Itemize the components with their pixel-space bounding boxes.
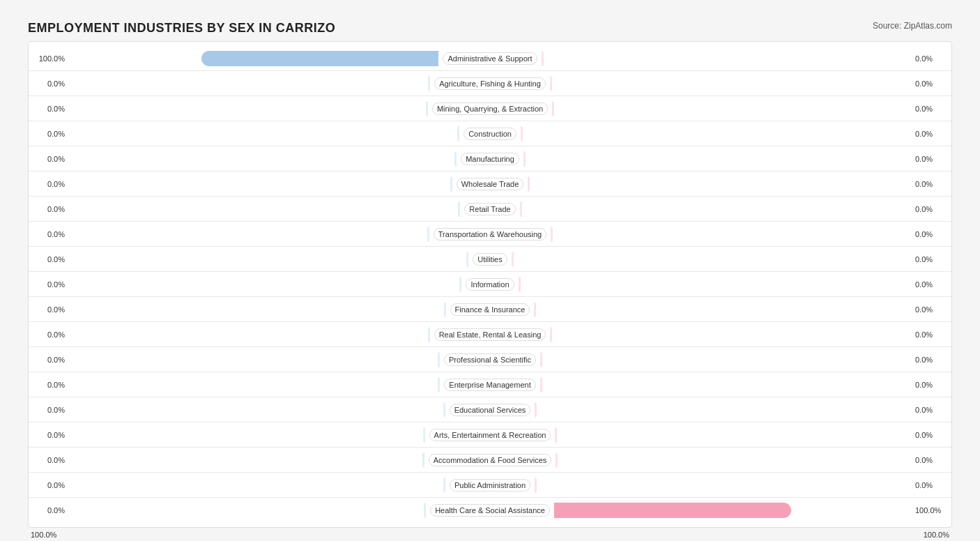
- bar-area: Agriculture, Fishing & Hunting: [68, 74, 912, 93]
- female-bar-container: [554, 503, 912, 518]
- bar-label-container: Accommodation & Food Services: [424, 454, 556, 466]
- bar-label: Finance & Insurance: [450, 303, 530, 316]
- chart-source: Source: ZipAtlas.com: [873, 21, 952, 31]
- bar-area: Real Estate, Rental & Leasing: [68, 325, 912, 344]
- female-bar-container: [552, 101, 912, 116]
- bar-label: Professional & Scientific: [444, 353, 536, 366]
- female-bar: [540, 377, 542, 393]
- bar-label: Agriculture, Fishing & Hunting: [434, 77, 546, 90]
- male-bar-container: [68, 76, 430, 91]
- female-bar-container: [528, 176, 912, 192]
- female-bar: [523, 151, 526, 167]
- bar-label-container: Mining, Quarrying, & Extraction: [428, 102, 552, 115]
- right-pct-label: 0.0%: [912, 180, 949, 188]
- male-bar-container: [68, 478, 445, 493]
- male-bar-container: [68, 302, 446, 317]
- bar-row: 0.0%Finance & Insurance0.0%: [29, 297, 951, 322]
- bar-row: 0.0%Health Care & Social Assistance100.0…: [29, 498, 951, 523]
- right-pct-label: 0.0%: [912, 255, 949, 264]
- bar-label-container: Utilities: [468, 253, 511, 266]
- female-bar-container: [540, 377, 912, 393]
- bar-area: Accommodation & Food Services: [68, 450, 912, 470]
- left-pct-label: 0.0%: [31, 456, 68, 464]
- bar-row: 0.0%Educational Services0.0%: [29, 397, 951, 422]
- male-bar-container: [68, 176, 452, 192]
- bar-label: Accommodation & Food Services: [429, 454, 552, 466]
- left-pct-label: 0.0%: [31, 406, 68, 414]
- male-bar-container: [68, 277, 461, 292]
- bar-label-container: Administrative & Support: [438, 52, 541, 65]
- female-bar-container: [550, 76, 912, 91]
- male-bar-container: [68, 402, 445, 418]
- left-pct-label: 0.0%: [31, 356, 68, 364]
- left-pct-label: 0.0%: [31, 381, 68, 389]
- chart-header: EMPLOYMENT INDUSTRIES BY SEX IN CARRIZO …: [28, 21, 952, 36]
- female-bar: [534, 302, 536, 317]
- female-bar: [555, 427, 557, 443]
- female-bar: [554, 503, 791, 518]
- right-pct-label: 0.0%: [912, 130, 949, 138]
- female-bar-container: [535, 402, 912, 418]
- bar-label-container: Manufacturing: [457, 153, 523, 165]
- chart-container: EMPLOYMENT INDUSTRIES BY SEX IN CARRIZO …: [14, 14, 966, 541]
- bar-label: Real Estate, Rental & Leasing: [434, 328, 546, 341]
- female-bar-container: [551, 227, 912, 242]
- bar-label-container: Public Administration: [445, 479, 535, 492]
- left-pct-label: 0.0%: [31, 255, 68, 264]
- female-bar: [535, 478, 537, 493]
- right-pct-label: 0.0%: [912, 356, 949, 364]
- female-bar-container: [556, 452, 912, 468]
- bar-area: Public Administration: [68, 475, 912, 495]
- female-bar-container: [555, 427, 912, 443]
- left-pct-label: 0.0%: [31, 205, 68, 213]
- female-bar: [535, 402, 537, 418]
- female-bar: [520, 201, 522, 217]
- male-bar-container: [68, 201, 460, 217]
- male-bar-container: [68, 51, 438, 66]
- bar-label: Arts, Entertainment & Recreation: [429, 429, 551, 441]
- female-bar-container: [535, 478, 912, 493]
- bar-row: 0.0%Arts, Entertainment & Recreation0.0%: [29, 422, 951, 448]
- right-pct-label: 0.0%: [912, 105, 949, 113]
- right-pct-label: 0.0%: [912, 230, 949, 238]
- bar-area: Retail Trade: [68, 199, 912, 219]
- bottom-right-pct: 100.0%: [913, 531, 949, 539]
- bar-label: Utilities: [473, 253, 507, 266]
- left-pct-label: 0.0%: [31, 431, 68, 439]
- female-bar: [551, 227, 553, 242]
- bar-row: 0.0%Real Estate, Rental & Leasing0.0%: [29, 322, 951, 347]
- left-pct-label: 0.0%: [31, 79, 68, 88]
- chart-title: EMPLOYMENT INDUSTRIES BY SEX IN CARRIZO: [28, 21, 335, 36]
- male-bar-container: [68, 252, 468, 267]
- male-bar-container: [68, 227, 429, 242]
- female-bar-container: [512, 252, 912, 267]
- bottom-pcts: 100.0% 100.0%: [28, 531, 952, 539]
- left-pct-label: 0.0%: [31, 155, 68, 163]
- bar-label-container: Wholesale Trade: [452, 178, 528, 190]
- female-bar-container: [520, 201, 912, 217]
- bar-label: Manufacturing: [461, 153, 519, 165]
- bar-label-container: Real Estate, Rental & Leasing: [430, 328, 551, 341]
- bar-area: Information: [68, 275, 912, 294]
- bar-area: Finance & Insurance: [68, 300, 912, 319]
- female-bar: [528, 176, 530, 192]
- bar-label: Public Administration: [450, 479, 530, 492]
- female-bar-container: [542, 51, 912, 66]
- female-bar: [540, 352, 542, 367]
- bar-label-container: Agriculture, Fishing & Hunting: [430, 77, 550, 90]
- female-bar: [550, 76, 552, 91]
- bar-label: Mining, Quarrying, & Extraction: [432, 102, 548, 115]
- bar-label: Retail Trade: [464, 203, 515, 215]
- left-pct-label: 0.0%: [31, 305, 68, 314]
- chart-body: 100.0%Administrative & Support0.0%0.0%Ag…: [28, 41, 952, 528]
- female-bar: [542, 51, 544, 66]
- bar-row: 0.0%Utilities0.0%: [29, 247, 951, 272]
- female-bar: [521, 126, 523, 142]
- bar-area: Administrative & Support: [68, 49, 912, 68]
- bar-label-container: Construction: [459, 128, 521, 140]
- bar-row: 0.0%Retail Trade0.0%: [29, 197, 951, 222]
- bar-area: Construction: [68, 124, 912, 144]
- female-bar-container: [540, 352, 912, 367]
- male-bar-container: [68, 352, 440, 367]
- bar-row: 0.0%Information0.0%: [29, 272, 951, 297]
